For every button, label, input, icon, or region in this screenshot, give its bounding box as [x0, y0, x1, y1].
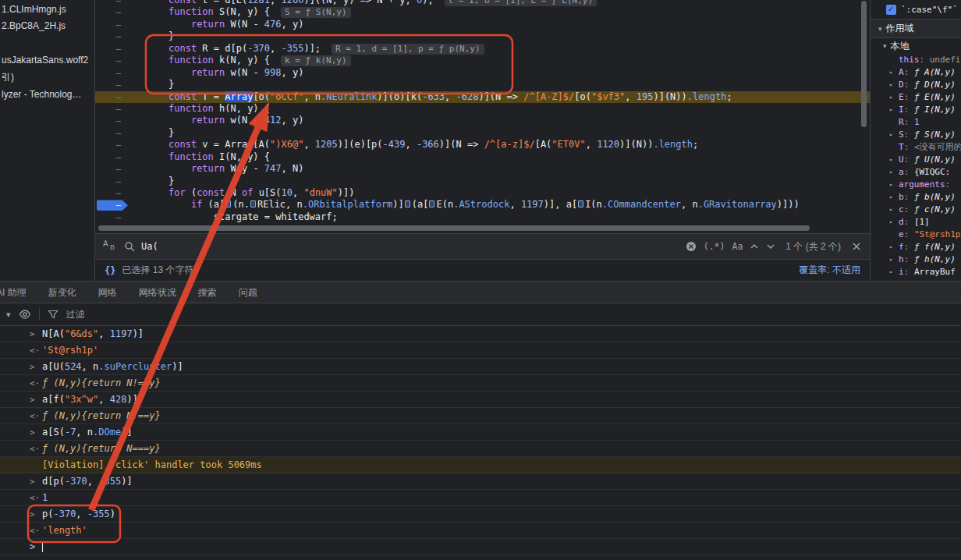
scope-variable[interactable]: ▸D: ƒ D(N,y): [871, 79, 961, 91]
expand-triangle-icon[interactable]: ▸: [889, 179, 893, 191]
scope-section-header[interactable]: ▾ 作用域: [871, 19, 961, 38]
scope-variable[interactable]: ▸c: ƒ c(N,y): [871, 204, 961, 216]
code-line-text[interactable]: function h(N, y) {: [131, 103, 270, 115]
code-line-text[interactable]: stargate = whitedwarf;: [131, 211, 338, 223]
scope-variable[interactable]: ▸d: [1]: [871, 216, 961, 229]
next-match-icon[interactable]: [766, 242, 775, 251]
scope-variable[interactable]: this: undefined: [871, 54, 961, 66]
file-item[interactable]: 1.CLImHmgn.js: [2, 2, 94, 17]
local-scope-header[interactable]: ▾ 本地: [871, 38, 961, 54]
code-line-text[interactable]: return w(N - 412, y): [131, 115, 303, 126]
line-gutter[interactable]: –: [95, 115, 131, 126]
expand-triangle-icon[interactable]: ▸: [889, 204, 893, 216]
scope-variable[interactable]: e: "St@rsh1p: [871, 229, 961, 241]
scope-variable[interactable]: ▸E: ƒ E(N,y): [871, 91, 961, 104]
scope-variable[interactable]: ▸i: ArrayBuf: [871, 266, 961, 278]
scope-variable[interactable]: ▸A: ƒ A(N,y): [871, 66, 961, 79]
line-gutter[interactable]: –: [95, 187, 131, 199]
drawer-tab[interactable]: 问题: [228, 282, 268, 303]
code-line-text[interactable]: const T = Array[o("oCCf", n.NEuralink)](…: [131, 91, 732, 103]
scope-variable[interactable]: ▸a: {WIQGC:: [871, 166, 961, 179]
code-line-text[interactable]: function k(N, y) {k = ƒ k(N,y): [131, 55, 351, 66]
search-input[interactable]: Ua(: [124, 237, 679, 256]
line-gutter[interactable]: –: [95, 91, 131, 103]
vertical-scrollbar[interactable]: [861, 0, 867, 231]
filter-funnel-icon[interactable]: [48, 309, 59, 320]
previous-match-icon[interactable]: [750, 242, 759, 251]
pretty-print-button[interactable]: {}: [105, 265, 115, 276]
scope-variable[interactable]: ▸arguments:: [871, 179, 961, 191]
scope-variable[interactable]: ▸h: ƒ h(N,y): [871, 253, 961, 266]
collapse-triangle-icon[interactable]: ▾: [878, 25, 882, 33]
horizontal-scrollbar[interactable]: [98, 225, 859, 232]
line-gutter[interactable]: –: [95, 67, 131, 79]
breakpoint-entry[interactable]: `:case"\f"`: [871, 0, 961, 19]
file-item[interactable]: usJakartaSans.woff2: [2, 52, 94, 68]
expand-triangle-icon[interactable]: ▸: [889, 129, 893, 141]
replace-toggle-icon[interactable]: AB: [103, 240, 117, 253]
expand-triangle-icon[interactable]: ▸: [889, 154, 893, 166]
clear-search-icon[interactable]: [686, 241, 697, 252]
line-gutter[interactable]: –: [95, 43, 131, 55]
drawer-tab[interactable]: 网络: [87, 282, 128, 303]
code-line-text[interactable]: }: [131, 175, 174, 187]
code-line-text[interactable]: }: [131, 79, 174, 90]
line-gutter[interactable]: –: [95, 79, 131, 90]
expand-triangle-icon[interactable]: ▸: [889, 216, 893, 229]
drawer-tab[interactable]: 新变化: [37, 282, 87, 303]
collapse-triangle-icon[interactable]: ▾: [883, 42, 887, 50]
vertical-scrollbar-thumb[interactable]: [861, 1, 867, 127]
drawer-tab[interactable]: 网络状况: [128, 282, 187, 303]
regex-toggle[interactable]: (.*): [704, 241, 725, 252]
line-gutter[interactable]: –: [95, 103, 131, 115]
line-gutter[interactable]: –: [95, 151, 131, 163]
live-expression-eye-icon[interactable]: [19, 308, 31, 321]
drawer-tab[interactable]: AI 助理: [0, 282, 37, 303]
line-gutter[interactable]: –: [95, 30, 131, 42]
scope-variable[interactable]: T: <没有可用的: [871, 141, 961, 154]
scope-variable[interactable]: ▸S: ƒ S(N,y): [871, 129, 961, 141]
code-line-text[interactable]: }: [131, 30, 174, 42]
code-line-text[interactable]: const R = d[p(-370, -355)];R = 1, d = [1…: [131, 43, 484, 55]
breakpoint-marker[interactable]: –: [95, 199, 131, 211]
expand-triangle-icon[interactable]: ▸: [889, 191, 893, 204]
code-line-text[interactable]: function S(N, y) {S = ƒ S(N,y): [131, 6, 351, 18]
line-gutter[interactable]: –: [95, 163, 131, 175]
scope-variable[interactable]: ▸b: ƒ b(N,y): [871, 191, 961, 204]
expand-triangle-icon[interactable]: ▸: [889, 104, 893, 116]
scope-variable[interactable]: ▸I: ƒ I(N,y): [871, 104, 961, 116]
code-line-text[interactable]: return w(N - 998, y): [131, 67, 303, 79]
match-case-toggle[interactable]: Aa: [732, 241, 743, 252]
code-line-text[interactable]: function I(N, y) {: [131, 151, 270, 163]
code-line-text[interactable]: return W(y - 747, N): [131, 163, 303, 175]
breakpoint-checkbox[interactable]: [886, 5, 896, 15]
line-gutter[interactable]: –: [95, 0, 131, 6]
line-gutter[interactable]: –: [95, 211, 131, 223]
breakpoint-flag-icon[interactable]: [97, 200, 128, 210]
close-search-icon[interactable]: [851, 241, 862, 252]
console-input-row[interactable]: >: [0, 539, 961, 555]
console-filter-input[interactable]: 过滤: [66, 308, 85, 321]
code-line-text[interactable]: const t = d[E(1281, 1260)]((N, y) => N +…: [131, 0, 597, 6]
coverage-link[interactable]: 覆盖率: 不适用: [799, 264, 860, 277]
code-line-text[interactable]: const v = Array[A(")X6@", 1205)](e)[p(-4…: [131, 139, 698, 151]
line-gutter[interactable]: –: [95, 139, 131, 151]
code-line-text[interactable]: return W(N - 476, y): [131, 19, 303, 30]
file-item[interactable]: lyzer - Technolog…: [2, 87, 94, 102]
line-gutter[interactable]: –: [95, 55, 131, 66]
scope-variable[interactable]: ▸f: ƒ f(N,y): [871, 241, 961, 253]
expand-triangle-icon[interactable]: ▸: [889, 253, 893, 266]
line-gutter[interactable]: –: [95, 127, 131, 139]
code-line-text[interactable]: }: [131, 127, 174, 139]
line-gutter[interactable]: –: [95, 19, 131, 30]
code-line-text[interactable]: for (const N of u[S(10, "dnuW")]): [131, 187, 354, 199]
expand-triangle-icon[interactable]: ▸: [889, 266, 893, 278]
horizontal-scrollbar-thumb[interactable]: [98, 225, 810, 231]
expand-triangle-icon[interactable]: ▸: [889, 166, 893, 179]
expand-triangle-icon[interactable]: ▸: [889, 66, 893, 79]
selected-text[interactable]: Array: [225, 91, 253, 102]
console-context-chevron-icon[interactable]: ▾: [6, 310, 11, 320]
expand-triangle-icon[interactable]: ▸: [889, 91, 893, 104]
file-item[interactable]: 2.BpC8A_2H.js: [2, 18, 94, 34]
scope-variable[interactable]: ▸U: ƒ U(N,y): [871, 154, 961, 166]
